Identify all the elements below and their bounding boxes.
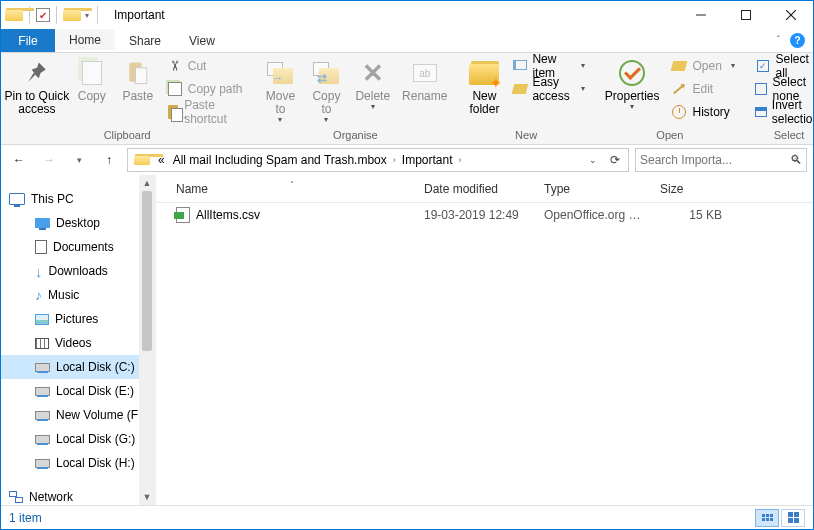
svg-rect-4	[135, 68, 146, 84]
navigation-pane: ⌄This PC Desktop Documents ↓Downloads ♪M…	[1, 175, 156, 505]
cut-button[interactable]: ✂Cut	[163, 55, 248, 77]
select-all-button[interactable]: ✓Select all	[751, 55, 814, 77]
back-button[interactable]: ←	[7, 148, 31, 172]
tree-desktop[interactable]: Desktop	[1, 211, 155, 235]
rename-button[interactable]: ab Rename	[398, 55, 451, 105]
window-title: Important	[106, 8, 165, 22]
status-bar: 1 item	[1, 505, 813, 529]
documents-icon	[35, 240, 47, 254]
search-icon[interactable]: 🔍︎	[790, 153, 802, 167]
tree-drive-f[interactable]: New Volume (F:)	[1, 403, 155, 427]
pin-icon	[21, 57, 53, 89]
new-folder-button[interactable]: ✦ New folder	[463, 55, 505, 118]
search-placeholder: Search Importa...	[640, 153, 732, 167]
large-icons-view-button[interactable]	[781, 509, 805, 527]
pictures-icon	[35, 314, 49, 325]
tree-drive-g[interactable]: Local Disk (G:)	[1, 427, 155, 451]
scroll-up-icon[interactable]: ▲	[139, 175, 155, 191]
file-tab[interactable]: File	[1, 29, 55, 52]
drive-icon	[35, 387, 50, 396]
open-group: Properties▾ Open▾ Edit History Open	[595, 53, 745, 144]
properties-button[interactable]: Properties▾	[601, 55, 664, 113]
scroll-down-icon[interactable]: ▼	[139, 489, 155, 505]
address-dropdown-button[interactable]: ⌄	[582, 155, 604, 165]
select-all-icon: ✓	[755, 58, 771, 74]
delete-button[interactable]: ✕ Delete▾	[351, 55, 394, 113]
tree-this-pc[interactable]: ⌄This PC	[1, 187, 155, 211]
music-icon: ♪	[35, 287, 42, 303]
select-label: Select	[751, 128, 814, 144]
ribbon: Pin to Quick access Copy Paste ✂Cut Copy…	[1, 53, 813, 145]
properties-qat-icon[interactable]: ✔	[36, 8, 50, 22]
drive-icon	[35, 459, 50, 468]
recent-locations-button[interactable]: ▾	[67, 148, 91, 172]
new-label: New	[463, 128, 588, 144]
pin-to-quick-access-button[interactable]: Pin to Quick access	[7, 55, 67, 118]
maximize-button[interactable]	[723, 1, 768, 29]
search-box[interactable]: Search Importa... 🔍︎	[635, 148, 807, 172]
chevron-right-icon[interactable]: ›	[457, 155, 464, 165]
close-button[interactable]	[768, 1, 813, 29]
tree-pictures[interactable]: Pictures	[1, 307, 155, 331]
tree-network[interactable]: ›Network	[1, 485, 155, 505]
col-size[interactable]: Size	[652, 182, 752, 196]
new-folder-qat-icon[interactable]	[63, 7, 81, 23]
file-row[interactable]: AllItems.csv 19-03-2019 12:49 OpenOffice…	[156, 203, 813, 227]
clipboard-label: Clipboard	[7, 128, 247, 144]
history-button[interactable]: History	[667, 101, 738, 123]
new-item-button[interactable]: New item▾	[509, 55, 588, 77]
paste-icon	[122, 57, 154, 89]
drive-icon	[35, 363, 50, 372]
forward-button[interactable]: →	[37, 148, 61, 172]
open-button[interactable]: Open▾	[667, 55, 738, 77]
tree-music[interactable]: ♪Music	[1, 283, 155, 307]
collapse-ribbon-icon[interactable]: ˆ	[777, 35, 780, 46]
col-type[interactable]: Type	[536, 182, 652, 196]
sidebar-scrollbar[interactable]: ▲ ▼	[139, 175, 155, 505]
file-name: AllItems.csv	[196, 208, 260, 222]
select-none-button[interactable]: Select none	[751, 78, 814, 100]
videos-icon	[35, 338, 49, 349]
paste-button[interactable]: Paste	[117, 55, 159, 105]
paste-shortcut-icon	[167, 104, 179, 120]
quick-access-toolbar: ✔ ▾	[1, 6, 106, 24]
copy-to-icon: ⇄	[310, 57, 342, 89]
desktop-icon	[35, 218, 50, 228]
copy-button[interactable]: Copy	[71, 55, 113, 105]
paste-shortcut-button[interactable]: Paste shortcut	[163, 101, 248, 123]
breadcrumb-seg2[interactable]: Important	[398, 153, 457, 167]
copy-path-button[interactable]: Copy path	[163, 78, 248, 100]
new-folder-icon: ✦	[468, 57, 500, 89]
tree-drive-h[interactable]: Local Disk (H:)	[1, 451, 155, 475]
refresh-button[interactable]: ⟳	[604, 153, 626, 167]
details-view-button[interactable]	[755, 509, 779, 527]
tree-videos[interactable]: Videos	[1, 331, 155, 355]
downloads-icon: ↓	[35, 263, 43, 280]
copy-to-button[interactable]: ⇄ Copy to▾	[305, 55, 347, 126]
help-icon[interactable]: ?	[790, 33, 805, 48]
qat-dropdown-icon[interactable]: ▾	[83, 11, 91, 20]
col-name[interactable]: Name˄	[168, 182, 416, 196]
col-modified[interactable]: Date modified	[416, 182, 536, 196]
pc-icon	[9, 193, 25, 205]
up-button[interactable]: ↑	[97, 148, 121, 172]
share-tab[interactable]: Share	[115, 29, 175, 52]
file-size: 15 KB	[652, 208, 752, 222]
tree-drive-c[interactable]: Local Disk (C:)	[1, 355, 155, 379]
select-group: ✓Select all Select none Invert selection…	[745, 53, 814, 144]
scroll-thumb[interactable]	[142, 191, 152, 351]
breadcrumb-seg1[interactable]: All mail Including Spam and Trash.mbox	[169, 153, 391, 167]
chevron-right-icon[interactable]: ›	[391, 155, 398, 165]
move-to-button[interactable]: → Move to▾	[259, 55, 301, 126]
tree-drive-e[interactable]: Local Disk (E:)	[1, 379, 155, 403]
app-folder-icon	[5, 7, 23, 23]
address-bar[interactable]: « All mail Including Spam and Trash.mbox…	[127, 148, 629, 172]
home-tab[interactable]: Home	[55, 29, 115, 52]
invert-selection-button[interactable]: Invert selection	[751, 101, 814, 123]
easy-access-button[interactable]: Easy access▾	[509, 78, 588, 100]
minimize-button[interactable]	[678, 1, 723, 29]
edit-button[interactable]: Edit	[667, 78, 738, 100]
tree-documents[interactable]: Documents	[1, 235, 155, 259]
tree-downloads[interactable]: ↓Downloads	[1, 259, 155, 283]
view-tab[interactable]: View	[175, 29, 229, 52]
